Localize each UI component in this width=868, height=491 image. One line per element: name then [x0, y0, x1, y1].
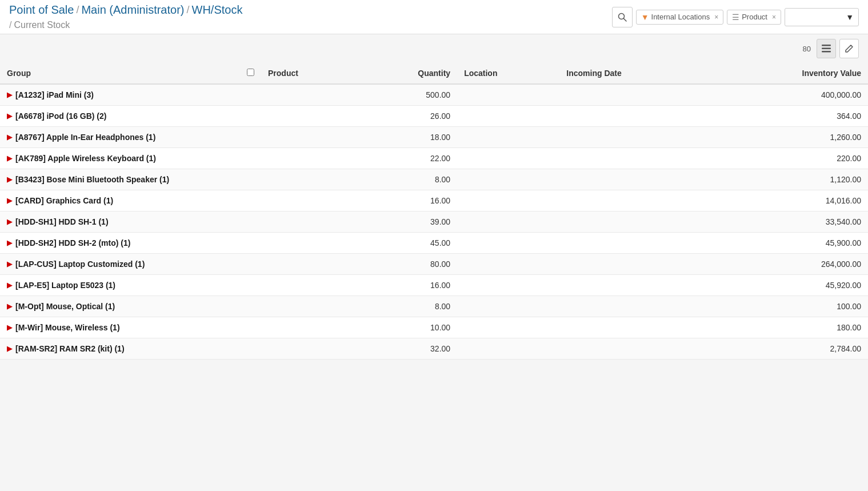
breadcrumb-main[interactable]: Main (Administrator)	[81, 3, 184, 17]
table-row[interactable]: ▶ [B3423] Bose Mini Bluetooth Speaker (1…	[0, 169, 868, 190]
breadcrumb-pos[interactable]: Point of Sale	[9, 3, 74, 17]
cell-quantity: 18.00	[357, 127, 457, 148]
cell-checkbox[interactable]	[240, 254, 261, 275]
cell-group: ▶ [AK789] Apple Wireless Keyboard (1)	[0, 148, 240, 169]
group-expand-arrow[interactable]: ▶	[7, 345, 12, 353]
cell-product	[261, 148, 357, 169]
cell-product	[261, 190, 357, 211]
cell-location	[457, 338, 559, 360]
search-button[interactable]	[612, 7, 633, 27]
header-bar: Point of Sale / Main (Administrator) / W…	[0, 0, 868, 34]
cell-checkbox[interactable]	[240, 275, 261, 296]
cell-checkbox[interactable]	[240, 296, 261, 317]
table-row[interactable]: ▶ [HDD-SH1] HDD SH-1 (1) 39.00 33,540.00	[0, 211, 868, 233]
cell-checkbox[interactable]	[240, 169, 261, 190]
cell-inventory-value: 264,000.00	[710, 254, 869, 275]
header-checkbox[interactable]	[240, 63, 261, 84]
list-view-button[interactable]	[817, 39, 836, 58]
cell-quantity: 16.00	[357, 190, 457, 211]
cell-checkbox[interactable]	[240, 148, 261, 169]
group-name: [A6678] iPod (16 GB) (2)	[15, 111, 106, 121]
cell-product	[261, 275, 357, 296]
group-name: [M-Opt] Mouse, Optical (1)	[15, 302, 115, 311]
group-expand-arrow[interactable]: ▶	[7, 175, 12, 183]
group-name: [AK789] Apple Wireless Keyboard (1)	[15, 154, 156, 163]
table-row[interactable]: ▶ [M-Opt] Mouse, Optical (1) 8.00 100.00	[0, 296, 868, 317]
cell-incoming-date	[559, 338, 709, 360]
table-row[interactable]: ▶ [A8767] Apple In-Ear Headphones (1) 18…	[0, 127, 868, 148]
group-expand-arrow[interactable]: ▶	[7, 133, 12, 141]
cell-group: ▶ [A1232] iPad Mini (3)	[0, 84, 240, 106]
breadcrumb-sep1: /	[76, 4, 79, 16]
cell-incoming-date	[559, 190, 709, 211]
cell-product	[261, 211, 357, 233]
table-row[interactable]: ▶ [RAM-SR2] RAM SR2 (kit) (1) 32.00 2,78…	[0, 338, 868, 360]
cell-incoming-date	[559, 127, 709, 148]
cell-inventory-value: 2,784.00	[710, 338, 869, 360]
current-stock-label: Current Stock	[14, 20, 70, 30]
cell-group: ▶ [A8767] Apple In-Ear Headphones (1)	[0, 127, 240, 148]
group-expand-arrow[interactable]: ▶	[7, 112, 12, 120]
cell-incoming-date	[559, 317, 709, 338]
cell-product	[261, 254, 357, 275]
cell-checkbox[interactable]	[240, 84, 261, 106]
table-row[interactable]: ▶ [CARD] Graphics Card (1) 16.00 14,016.…	[0, 190, 868, 211]
group-name: [LAP-E5] Laptop E5023 (1)	[15, 281, 115, 290]
cell-product	[261, 84, 357, 106]
cell-product	[261, 233, 357, 254]
filter-internal-locations-close[interactable]: ×	[714, 13, 718, 21]
group-expand-arrow[interactable]: ▶	[7, 91, 12, 99]
cell-checkbox[interactable]	[240, 233, 261, 254]
cell-quantity: 39.00	[357, 211, 457, 233]
group-expand-arrow[interactable]: ▶	[7, 154, 12, 162]
cell-checkbox[interactable]	[240, 127, 261, 148]
header-location[interactable]: Location	[457, 63, 559, 84]
group-expand-arrow[interactable]: ▶	[7, 281, 12, 289]
stock-table-container: Group Product Quantity Location Incoming…	[0, 63, 868, 360]
header-quantity[interactable]: Quantity	[357, 63, 457, 84]
header-product[interactable]: Product	[261, 63, 357, 84]
header-inventory-value[interactable]: Inventory Value	[710, 63, 869, 84]
table-row[interactable]: ▶ [HDD-SH2] HDD SH-2 (mto) (1) 45.00 45,…	[0, 233, 868, 254]
table-row[interactable]: ▶ [A6678] iPod (16 GB) (2) 26.00 364.00	[0, 106, 868, 127]
group-name: [CARD] Graphics Card (1)	[15, 196, 113, 205]
cell-product	[261, 106, 357, 127]
sub-breadcrumb-sep: /	[9, 20, 11, 30]
cell-inventory-value: 14,016.00	[710, 190, 869, 211]
stock-table: Group Product Quantity Location Incoming…	[0, 63, 868, 360]
group-expand-arrow[interactable]: ▶	[7, 218, 12, 226]
table-row[interactable]: ▶ [LAP-E5] Laptop E5023 (1) 16.00 45,920…	[0, 275, 868, 296]
header-incoming-date[interactable]: Incoming Date	[559, 63, 709, 84]
cell-inventory-value: 220.00	[710, 148, 869, 169]
edit-view-button[interactable]	[839, 39, 859, 58]
cell-checkbox[interactable]	[240, 106, 261, 127]
filter-product-close[interactable]: ×	[772, 13, 776, 21]
group-name: [A8767] Apple In-Ear Headphones (1)	[15, 133, 155, 142]
table-row[interactable]: ▶ [LAP-CUS] Laptop Customized (1) 80.00 …	[0, 254, 868, 275]
cell-checkbox[interactable]	[240, 338, 261, 360]
table-row[interactable]: ▶ [M-Wir] Mouse, Wireless (1) 10.00 180.…	[0, 317, 868, 338]
group-expand-arrow[interactable]: ▶	[7, 239, 12, 247]
cell-location	[457, 275, 559, 296]
breadcrumb-whstock[interactable]: WH/Stock	[192, 3, 243, 17]
group-expand-arrow[interactable]: ▶	[7, 324, 12, 332]
cell-location	[457, 106, 559, 127]
table-row[interactable]: ▶ [AK789] Apple Wireless Keyboard (1) 22…	[0, 148, 868, 169]
cell-checkbox[interactable]	[240, 211, 261, 233]
group-expand-arrow[interactable]: ▶	[7, 302, 12, 310]
group-name: [HDD-SH1] HDD SH-1 (1)	[15, 217, 109, 226]
svg-line-1	[623, 18, 626, 21]
group-expand-arrow[interactable]: ▶	[7, 197, 12, 205]
cell-incoming-date	[559, 169, 709, 190]
group-name: [HDD-SH2] HDD SH-2 (mto) (1)	[15, 238, 130, 248]
search-dropdown[interactable]: ▼	[785, 8, 859, 26]
group-expand-arrow[interactable]: ▶	[7, 260, 12, 268]
cell-checkbox[interactable]	[240, 317, 261, 338]
select-all-checkbox[interactable]	[247, 69, 254, 76]
filter-internal-locations[interactable]: ▼ Internal Locations ×	[636, 10, 724, 25]
cell-checkbox[interactable]	[240, 190, 261, 211]
filter-product-group[interactable]: ☰ Product ×	[727, 10, 781, 25]
header-group[interactable]: Group	[0, 63, 240, 84]
cell-inventory-value: 45,900.00	[710, 233, 869, 254]
table-row[interactable]: ▶ [A1232] iPad Mini (3) 500.00 400,000.0…	[0, 84, 868, 106]
